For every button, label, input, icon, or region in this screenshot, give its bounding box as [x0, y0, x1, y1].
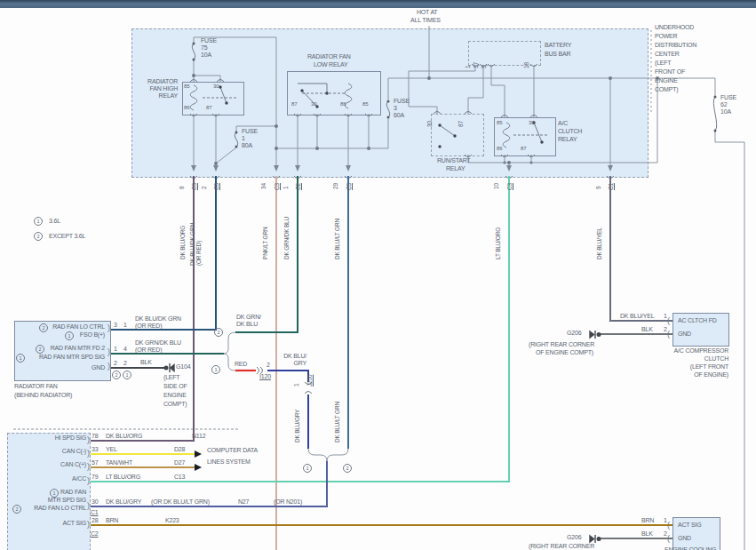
fan-pin-bracket: )	[107, 348, 110, 356]
pcm-pin-bracket: )	[87, 477, 90, 485]
fuse-62-amps: 10A	[720, 108, 731, 116]
pdc-label-line: DISTRIBUTION	[655, 42, 696, 49]
pcm-r5-wire-alt: (OR DK BLU/LT GRN)	[151, 498, 210, 506]
pcm-pin-label-can-c-minus: CAN C(-)	[9, 448, 86, 455]
exit-pin: 2	[201, 187, 207, 189]
hot-label-line2: ALL TIMES	[410, 17, 441, 24]
fan-row3-pin-b: 2	[123, 360, 127, 367]
exit-pin: 29	[332, 183, 338, 189]
pcm-pin-label-rad-fan: RAD FAN	[9, 489, 86, 496]
note-1-text: 3.6L	[49, 218, 60, 225]
g206-location-line1: (RIGHT REAR CORNER	[529, 341, 594, 348]
fan-row1-pin-a: 3	[114, 322, 117, 329]
ac-wire2-name: BLK	[641, 326, 653, 333]
exit-pin: 8	[179, 187, 185, 189]
fuse-3-amps: 60A	[394, 112, 404, 119]
wire-name-dk-blu-lt-grn-mid: DK BLU/LT GRN	[334, 402, 340, 442]
pdc-label-line: FRONT OF	[655, 68, 685, 76]
pcm-r2-pin: 33	[92, 446, 98, 453]
ground-g206-label: G206	[567, 330, 581, 337]
fan-row1-wire-alt: (OR RED)	[135, 323, 162, 330]
high-relay-pin-87: 87	[206, 105, 211, 111]
high-relay-pin-30: 30	[213, 84, 219, 90]
act-label-act-sig: ACT SIG	[678, 522, 701, 529]
splice-grn-label-line1: DK GRN/	[236, 314, 261, 321]
pcm-pin-label-rad-fan-lo-ctrl: RAD FAN LO CTRL	[9, 505, 86, 512]
fuse-1-number: 1	[242, 135, 245, 142]
exit-conn: C3	[274, 183, 280, 190]
low-relay-pin-85: 85	[362, 101, 368, 108]
wire-name-dk-blu-dk-grn: DK BLU/DK GRN(OR RED)	[189, 223, 202, 266]
high-relay-label: RADIATORFAN HIGHRELAY	[124, 78, 178, 100]
low-relay-pin-87: 87	[291, 101, 297, 108]
exit-conn: C3	[346, 183, 352, 190]
low-relay-pin-30: 30	[311, 101, 316, 108]
pcm-r3-wire: TAN/WHT	[106, 459, 132, 466]
run-start-pin-30: 30	[426, 121, 433, 127]
wire-name-pnk-lt-grn: PNK/LT GRN	[262, 227, 268, 259]
battery-bus-bar-box	[468, 41, 541, 66]
pcm-connector-c1: C1	[91, 509, 99, 516]
pcm-pin-label-can-c-plus: CAN C(+)	[9, 461, 86, 468]
pcm-r5-pin: 30	[92, 498, 98, 506]
merge-symbol-1: 1	[303, 464, 312, 473]
radiator-fan-low-relay-box	[287, 71, 381, 116]
g206-location-line2: OF ENGINE COMPT)	[536, 349, 593, 356]
ac-relay-pin-85: 85	[497, 120, 502, 126]
ac-pin-bracket: (	[667, 331, 670, 339]
wire-name-dk-blu-lt-grn: DK BLU/LT GRN	[334, 219, 340, 259]
fan-row3-wire-name: BLK	[140, 359, 152, 366]
pcm-r5-circuit: N27	[238, 498, 249, 506]
exit-conn: C3	[506, 183, 513, 190]
exit-pin: 9	[595, 187, 601, 189]
run-start-label-line1: RUN/START	[437, 157, 471, 164]
bus-bar-label-line2: BUS BAR	[545, 51, 570, 58]
bus-pin-18: 18	[523, 62, 529, 68]
bus-pin-5: 5	[481, 66, 487, 68]
fan-row1b-label: FSO B(+)	[18, 331, 105, 339]
splice-symbol-1: 1	[211, 365, 220, 374]
note-1-symbol: 1	[34, 217, 43, 226]
ac-relay-pin-30: 30	[529, 120, 534, 126]
pcm-r3-circuit: D27	[174, 459, 185, 466]
pcm-r4-pin: 79	[92, 474, 98, 481]
bus-bar-label-line1: BATTERY	[545, 42, 571, 49]
fan-caption-line2: (BEHIND RADIATOR)	[14, 392, 72, 399]
wiring-diagram-page: 1 3.6L 2 EXCEPT 3.6L HOT AT ALL TIMES UN…	[0, 0, 756, 550]
g104-location-line2: SIDE OF	[163, 383, 187, 390]
run-start-label-line2: RELAY	[446, 165, 465, 172]
exit-conn: C1	[608, 183, 614, 190]
pcm-r2-circuit: D28	[174, 446, 185, 453]
ac-caption: A/C COMPRESSORCLUTCH (LEFT FRONTOF ENGIN…	[662, 347, 728, 379]
pcm-r5-wire: DK BLU/GRY	[106, 498, 141, 506]
dk-blu-gry-label-line1: DK BLU/	[267, 353, 306, 360]
pcm-pin-bracket: )	[87, 436, 90, 444]
ac-pin-bracket: (	[667, 317, 670, 325]
bus-pin-1: 1	[465, 66, 471, 68]
fan-row1a-label: RAD FAN LO CTRL	[18, 323, 105, 331]
pcm-r3-pin: 57	[92, 459, 98, 466]
fan-row2-wire-name: DK GRN/DK BLU	[135, 339, 181, 347]
run-start-pin-87: 87	[458, 121, 464, 127]
wire-name-lt-blu-org: LT BLU/ORG	[495, 227, 501, 259]
merge-symbol-2: 2	[343, 464, 352, 473]
pcm-pin-label-act-sig: ACT SIG	[9, 520, 86, 527]
pdc-label-line: UNDERHOOD	[655, 24, 694, 31]
ground-g206b-label: G206	[567, 534, 581, 541]
pdc-label-line: POWER	[655, 33, 677, 40]
act-wire2-name: BLK	[641, 530, 653, 538]
low-relay-label-line2: LOW RELAY	[314, 61, 348, 68]
fan-row3-symbol-b: 1	[123, 371, 131, 379]
j200-connector-label: J200	[306, 375, 313, 387]
dk-blu-gry-label-line2: GRY	[267, 360, 306, 367]
pdc-label-line: ENGINE	[655, 77, 678, 84]
fan-row2a-label: RAD FAN MTR FD 2	[18, 345, 105, 352]
pdc-label-line: (LEFT	[655, 60, 671, 67]
ac-relay-pin-87: 87	[521, 146, 526, 152]
exit-pin: 34	[260, 183, 267, 189]
g104-location-line3: ENGINE	[163, 392, 187, 399]
j200-pin: 1	[293, 384, 299, 387]
pcm-r2-wire: YEL	[106, 446, 117, 453]
fan-row3-pin-a: 2	[114, 360, 117, 367]
i120-connector-label: I120	[259, 373, 271, 380]
